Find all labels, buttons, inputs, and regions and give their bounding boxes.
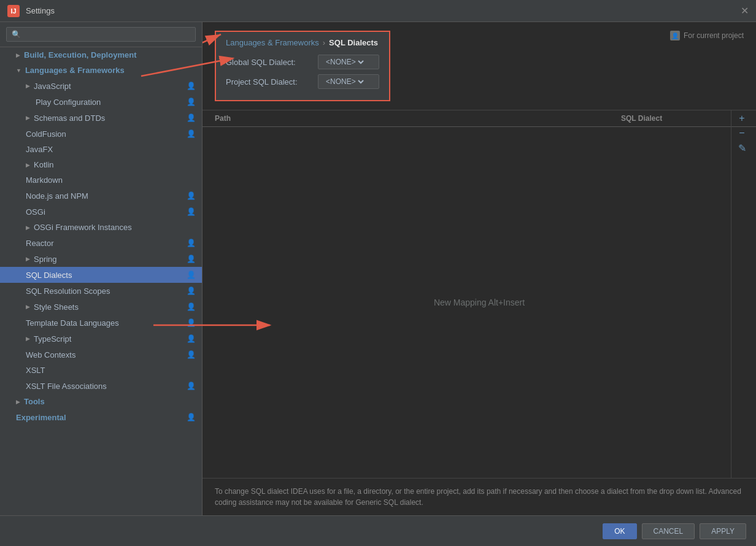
arrow-icon: ▶ — [26, 336, 30, 342]
sidebar-item-reactor[interactable]: Reactor 👤 — [0, 235, 202, 251]
sidebar-item-label: JavaFX — [26, 145, 196, 154]
sidebar-item-play-configuration[interactable]: Play Configuration 👤 — [0, 94, 202, 110]
person-icon: 👤 — [186, 302, 196, 312]
close-button[interactable]: ✕ — [741, 5, 749, 17]
arrow-icon: ▶ — [26, 304, 30, 310]
search-input[interactable] — [6, 27, 196, 42]
sidebar-item-label: Schemas and DTDs — [34, 113, 186, 123]
sidebar-item-osgi-framework[interactable]: ▶ OSGi Framework Instances — [0, 220, 202, 235]
project-icon: 👤 — [670, 31, 680, 40]
sidebar-item-javafx[interactable]: JavaFX — [0, 142, 202, 157]
sidebar-item-label: Build, Execution, Deployment — [24, 50, 196, 60]
person-icon: 👤 — [186, 270, 196, 280]
sidebar-item-label: Spring — [34, 255, 186, 264]
sidebar-item-xslt-associations[interactable]: XSLT File Associations 👤 — [0, 378, 202, 394]
global-dialect-row: Global SQL Dialect: <NONE> — [226, 55, 379, 69]
content-header: 👤 For current project Languages & Framew… — [202, 22, 756, 110]
sidebar-item-languages-frameworks[interactable]: ▼ Languages & Frameworks — [0, 63, 202, 78]
global-dialect-label: Global SQL Dialect: — [226, 58, 318, 67]
sidebar-item-label: Style Sheets — [34, 302, 186, 312]
table-header: Path SQL Dialect — [202, 110, 756, 127]
vertical-separator — [731, 110, 731, 478]
sidebar-item-javascript[interactable]: ▶ JavaScript 👤 — [0, 78, 202, 94]
sidebar-item-build-execution[interactable]: ▶ Build, Execution, Deployment — [0, 47, 202, 63]
arrow-icon: ▶ — [26, 256, 30, 262]
sidebar-item-label: OSGi — [26, 207, 186, 217]
arrow-icon: ▶ — [26, 225, 30, 231]
sidebar-item-label: TypeScript — [34, 334, 186, 344]
sidebar-item-osgi[interactable]: OSGi 👤 — [0, 204, 202, 220]
global-dialect-dropdown[interactable]: <NONE> — [323, 57, 366, 67]
person-icon: 👤 — [186, 81, 196, 91]
sidebar-item-style-sheets[interactable]: ▶ Style Sheets 👤 — [0, 299, 202, 315]
sidebar-item-label: ColdFusion — [26, 129, 186, 139]
cancel-button[interactable]: CANCEL — [642, 523, 695, 539]
settings-sidebar: ▶ Build, Execution, Deployment ▼ Languag… — [0, 22, 202, 515]
sidebar-item-label: SQL Dialects — [26, 271, 186, 280]
breadcrumb-current: SQL Dialects — [329, 38, 378, 47]
dialog-footer: OK CANCEL APPLY — [0, 515, 756, 546]
sidebar-item-typescript[interactable]: ▶ TypeScript 👤 — [0, 331, 202, 347]
breadcrumb-separator: › — [323, 38, 325, 47]
sidebar-item-label: Languages & Frameworks — [25, 66, 196, 75]
sidebar-item-tools[interactable]: ▶ Tools — [0, 394, 202, 409]
arrow-icon: ▶ — [26, 162, 30, 168]
sidebar-item-label: Tools — [24, 397, 196, 406]
sidebar-item-sql-dialects[interactable]: SQL Dialects 👤 — [0, 267, 202, 283]
apply-button[interactable]: APPLY — [700, 523, 746, 539]
add-mapping-button[interactable]: + — [735, 112, 749, 125]
person-icon: 👤 — [186, 238, 196, 248]
breadcrumb-parent[interactable]: Languages & Frameworks — [226, 38, 319, 47]
sidebar-item-web-contexts[interactable]: Web Contexts 👤 — [0, 347, 202, 363]
col-dialect-header: SQL Dialect — [621, 114, 744, 123]
sidebar-item-schemas-dtds[interactable]: ▶ Schemas and DTDs 👤 — [0, 110, 202, 126]
person-icon: 👤 — [186, 254, 196, 264]
sidebar-item-label: Web Contexts — [26, 350, 186, 360]
sidebar-item-kotlin[interactable]: ▶ Kotlin — [0, 157, 202, 172]
sidebar-item-label: Template Data Languages — [26, 318, 186, 328]
sidebar-item-template-data[interactable]: Template Data Languages 👤 — [0, 315, 202, 331]
sidebar-item-xslt[interactable]: XSLT — [0, 363, 202, 378]
col-path-header: Path — [215, 114, 621, 123]
ok-button[interactable]: OK — [603, 523, 636, 539]
person-icon: 👤 — [186, 286, 196, 296]
person-icon: 👤 — [186, 97, 196, 107]
sidebar-item-sql-resolution[interactable]: SQL Resolution Scopes 👤 — [0, 283, 202, 299]
sidebar-item-label: Markdown — [26, 175, 196, 185]
search-area — [0, 22, 202, 47]
project-dialect-dropdown[interactable]: <NONE> — [323, 77, 366, 87]
project-dialect-row: Project SQL Dialect: <NONE> — [226, 74, 379, 89]
app-logo: IJ — [7, 5, 20, 17]
edit-mapping-button[interactable]: ✎ — [735, 141, 749, 155]
sidebar-item-markdown[interactable]: Markdown — [0, 172, 202, 188]
table-container: Path SQL Dialect + − ✎ New Mapping Alt+I… — [202, 110, 756, 478]
sidebar-item-label: OSGi Framework Instances — [34, 223, 196, 232]
person-icon: 👤 — [186, 318, 196, 328]
sidebar-item-label: JavaScript — [34, 82, 186, 91]
main-content-area: 👤 For current project Languages & Framew… — [202, 22, 756, 515]
global-dialect-select[interactable]: <NONE> — [318, 55, 379, 69]
table-actions: + − ✎ — [734, 110, 750, 156]
remove-mapping-button[interactable]: − — [735, 126, 749, 140]
settings-dialog: ▶ Build, Execution, Deployment ▼ Languag… — [0, 22, 756, 546]
table-empty-hint: New Mapping Alt+Insert — [202, 127, 756, 478]
person-icon: 👤 — [186, 129, 196, 139]
sidebar-item-spring[interactable]: ▶ Spring 👤 — [0, 251, 202, 267]
arrow-icon: ▶ — [26, 115, 30, 121]
sidebar-item-coldfusion[interactable]: ColdFusion 👤 — [0, 126, 202, 142]
person-icon: 👤 — [186, 113, 196, 123]
project-label: For current project — [684, 31, 744, 40]
arrow-icon: ▶ — [26, 83, 30, 89]
arrow-icon: ▼ — [16, 67, 21, 74]
sidebar-item-nodejs[interactable]: Node.js and NPM 👤 — [0, 188, 202, 204]
sidebar-item-label: Kotlin — [34, 160, 196, 169]
sidebar-item-label: Experimental — [16, 413, 186, 422]
project-dialect-select[interactable]: <NONE> — [318, 74, 379, 89]
sidebar-item-experimental[interactable]: Experimental 👤 — [0, 409, 202, 425]
person-icon: 👤 — [186, 350, 196, 360]
breadcrumb-highlight-box: Languages & Frameworks › SQL Dialects Gl… — [215, 31, 390, 101]
arrow-icon: ▶ — [16, 399, 20, 405]
breadcrumb: Languages & Frameworks › SQL Dialects — [226, 38, 379, 47]
person-icon: 👤 — [186, 207, 196, 217]
dialog-body: ▶ Build, Execution, Deployment ▼ Languag… — [0, 22, 756, 515]
